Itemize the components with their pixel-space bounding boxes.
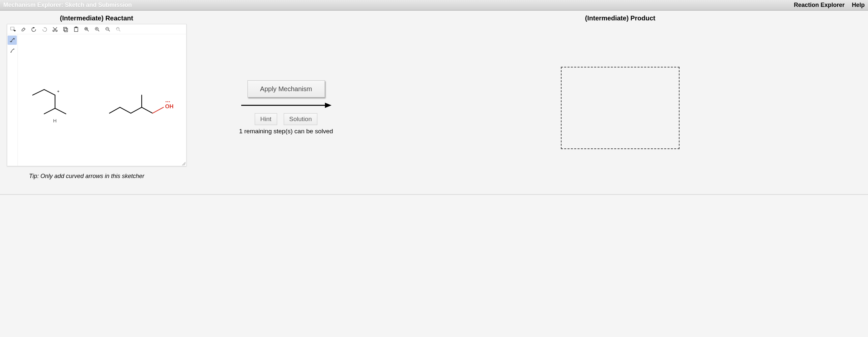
curved-arrow-single-icon[interactable]	[7, 46, 17, 55]
product-column: (Intermediate) Product	[375, 14, 865, 149]
reactant-column: (Intermediate) Reactant	[3, 14, 190, 180]
hint-solution-row: Hint Solution	[255, 113, 317, 125]
product-heading: (Intermediate) Product	[585, 14, 655, 22]
sketcher-toolbar-left	[7, 34, 18, 166]
undo-icon[interactable]	[30, 25, 38, 33]
svg-rect-0	[10, 27, 14, 30]
product-dropzone[interactable]	[561, 67, 680, 149]
main-area: (Intermediate) Reactant	[0, 10, 868, 195]
copy-icon[interactable]	[61, 25, 70, 33]
redo-icon[interactable]	[40, 25, 49, 33]
marquee-select-icon[interactable]	[8, 25, 17, 33]
hydrogen-label: H	[53, 118, 57, 124]
sketcher-canvas[interactable]: + H	[18, 34, 186, 166]
header-bar: Mechanism Explorer: Sketch and Submissio…	[0, 0, 868, 10]
curved-arrow-double-icon[interactable]	[7, 36, 17, 45]
sketcher-toolbar-top	[7, 24, 186, 34]
reaction-arrow-icon	[240, 101, 332, 110]
svg-rect-4	[65, 28, 67, 32]
zoom-reset-icon[interactable]	[82, 25, 91, 33]
svg-point-13	[11, 52, 11, 53]
erase-icon[interactable]	[19, 25, 28, 33]
oh-lone-pairs	[165, 101, 170, 102]
svg-point-11	[10, 41, 11, 42]
reactant-heading: (Intermediate) Reactant	[60, 14, 133, 22]
middle-column: Apply Mechanism Hint Solution 1 remainin…	[217, 80, 355, 135]
apply-mechanism-button[interactable]: Apply Mechanism	[247, 80, 325, 97]
svg-point-15	[167, 101, 168, 102]
svg-marker-18	[325, 103, 332, 108]
paste-icon[interactable]	[72, 25, 81, 33]
zoom-in-icon[interactable]	[93, 25, 101, 33]
svg-point-16	[169, 101, 170, 102]
reaction-explorer-link[interactable]: Reaction Explorer	[794, 2, 845, 8]
remaining-steps-text: 1 remaining step(s) can be solved	[239, 128, 333, 135]
oh-label: OH	[165, 103, 174, 110]
hint-button[interactable]: Hint	[255, 113, 277, 125]
solution-button[interactable]: Solution	[284, 113, 318, 125]
sketcher-body: + H	[7, 34, 186, 166]
help-link[interactable]: Help	[852, 2, 865, 8]
tip-text: Tip: Only add curved arrows in this sket…	[3, 173, 144, 180]
zoom-out-icon[interactable]	[103, 25, 112, 33]
svg-rect-3	[64, 27, 67, 31]
sketcher-panel: + H	[7, 24, 187, 166]
page-title: Mechanism Explorer: Sketch and Submissio…	[3, 2, 132, 8]
carbocation-plus-label: +	[57, 89, 60, 94]
svg-point-14	[165, 101, 166, 102]
oh-bond	[153, 107, 163, 113]
zoom-fit-icon[interactable]	[114, 25, 123, 33]
cut-icon[interactable]	[51, 25, 59, 33]
resize-handle[interactable]	[181, 161, 186, 165]
